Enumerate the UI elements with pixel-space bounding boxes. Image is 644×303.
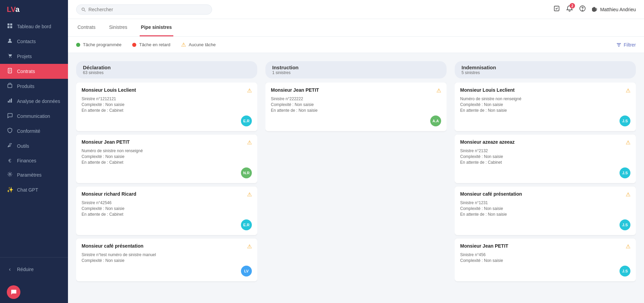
card-sinistre: Numéro de sinistre non renseigné [460, 96, 630, 101]
sidebar: LVa Tableau de bord Contacts Projets C [0, 0, 68, 303]
col-count-declaration: 63 sinistres [83, 70, 250, 75]
card-footer: A.A [271, 115, 441, 126]
sidebar-item-finances[interactable]: € Finances [0, 154, 68, 167]
sidebar-label: Projets [17, 54, 32, 59]
main-content: 2 Matthieu Andrieu Contrats Sinistres Pi… [68, 0, 644, 303]
tab-pipe-sinistres[interactable]: Pipe sinistres [140, 19, 173, 36]
search-box[interactable] [76, 4, 212, 15]
sidebar-label: Analyse de données [17, 99, 60, 104]
package-icon [7, 83, 13, 90]
sidebar-item-communication[interactable]: Communication [0, 109, 68, 124]
power-icon [592, 7, 597, 12]
logo: LVa [0, 0, 68, 19]
card-footer: E.R [82, 219, 252, 230]
col-count-instruction: 1 sinistres [272, 70, 440, 75]
cart-icon [7, 53, 13, 60]
search-input[interactable] [88, 7, 207, 12]
card-header: Monsieur azeaze azeeaz ⚠ [460, 139, 630, 146]
avatar: LV [241, 266, 252, 277]
filter-label: Filtrer [624, 42, 636, 48]
legend-planned-label: Tâche programmée [83, 42, 121, 47]
card-complexite: Complexité : Non saisie [460, 206, 630, 211]
sidebar-label: Finances [17, 158, 36, 163]
card-footer: N.R [82, 167, 252, 178]
card-header: Monsieur Jean PETIT ⚠ [271, 87, 441, 94]
col-title-instruction: Instruction [272, 65, 440, 70]
sidebar-label: Produits [17, 84, 34, 89]
sidebar-item-analyse[interactable]: Analyse de données [0, 94, 68, 109]
shield-icon [7, 128, 13, 135]
card-footer: J.S [460, 167, 630, 178]
card-complexite: Complexité : Non saisie [460, 102, 630, 107]
card-indemnisation-1[interactable]: Monsieur azeaze azeeaz ⚠ Sinistre n°2132… [455, 135, 636, 183]
avatar: N.R [241, 167, 252, 178]
col-count-indemnisation: 5 sinistres [462, 70, 629, 75]
card-header: Monsieur Jean PETIT ⚠ [460, 243, 630, 250]
tab-contrats[interactable]: Contrats [76, 19, 97, 36]
grid-icon [7, 23, 13, 30]
svg-point-20 [582, 10, 583, 11]
sidebar-item-parametres[interactable]: Paramètres [0, 167, 68, 182]
card-declaration-1[interactable]: Monsieur Jean PETIT ⚠ Numéro de sinistre… [76, 135, 257, 183]
column-declaration: Déclaration 63 sinistres Monsieur Louis … [76, 61, 257, 295]
sidebar-item-chat-gpt[interactable]: ✨ Chat GPT [0, 182, 68, 197]
card-indemnisation-2[interactable]: Monsieur café présentation ⚠ Sinistre n°… [455, 186, 636, 235]
svg-rect-3 [10, 26, 12, 28]
card-instruction-0[interactable]: Monsieur Jean PETIT ⚠ Sinistre n°222222 … [265, 83, 447, 131]
user-icon [7, 38, 13, 45]
search-icon [81, 7, 86, 12]
card-sinistre: Sinistre n°222222 [271, 96, 441, 101]
card-header: Monsieur richard Ricard ⚠ [82, 191, 252, 198]
tasks-icon-button[interactable] [553, 5, 560, 14]
card-attente: En attente de : Non saisie [460, 108, 630, 113]
svg-rect-2 [7, 26, 10, 28]
svg-point-15 [9, 174, 11, 175]
sidebar-item-reduce[interactable]: ‹ Réduire [7, 263, 61, 276]
sidebar-item-tableau-de-bord[interactable]: Tableau de bord [0, 19, 68, 34]
sidebar-label: Conformité [17, 128, 40, 134]
card-footer: J.S [460, 115, 630, 126]
sidebar-label: Paramètres [17, 172, 41, 178]
card-name: Monsieur Jean PETIT [82, 139, 130, 145]
filter-button[interactable]: Filtrer [616, 42, 636, 48]
card-name: Monsieur Louis Leclient [460, 87, 515, 93]
card-indemnisation-3[interactable]: Monsieur Jean PETIT ⚠ Sinistre n°456 Com… [455, 238, 636, 281]
card-complexite: Complexité : Non saisie [460, 258, 630, 263]
avatar: E.R [241, 115, 252, 126]
svg-point-6 [11, 57, 12, 58]
sidebar-item-outils[interactable]: Outils [0, 139, 68, 154]
legend-bar: Tâche programmée Tâche en retard ⚠ Aucun… [68, 37, 644, 53]
card-sinistre: Sinistre n°2132 [460, 148, 630, 153]
notification-bell-button[interactable]: 2 [566, 5, 573, 14]
sidebar-label: Chat GPT [17, 187, 38, 193]
column-indemnisation: Indemnisation 5 sinistres Monsieur Louis… [455, 61, 636, 295]
card-declaration-3[interactable]: Monsieur café présentation ⚠ Sinistre n°… [76, 238, 257, 281]
card-declaration-0[interactable]: Monsieur Louis Leclient ⚠ Sinistre n°121… [76, 83, 257, 131]
legend-late-label: Tâche en retard [139, 42, 170, 47]
user-name: Matthieu Andrieu [600, 7, 636, 12]
user-menu[interactable]: Matthieu Andrieu [592, 7, 636, 12]
card-indemnisation-0[interactable]: Monsieur Louis Leclient ⚠ Numéro de sini… [455, 83, 636, 131]
card-sinistre: Sinistre n°456 [460, 252, 630, 257]
col-title-declaration: Déclaration [83, 65, 250, 70]
card-name: Monsieur richard Ricard [82, 191, 136, 197]
sidebar-item-contacts[interactable]: Contacts [0, 34, 68, 49]
card-header: Monsieur café présentation ⚠ [82, 243, 252, 250]
sidebar-item-conformite[interactable]: Conformité [0, 124, 68, 139]
reduce-label: Réduire [17, 267, 34, 272]
svg-rect-14 [11, 99, 12, 103]
tab-sinistres[interactable]: Sinistres [108, 19, 129, 36]
sidebar-item-projets[interactable]: Projets [0, 49, 68, 64]
card-header: Monsieur café présentation ⚠ [460, 191, 630, 198]
card-complexite: Complexité : Non saisie [82, 206, 252, 211]
sidebar-item-contrats[interactable]: Contrats [0, 64, 68, 79]
card-complexite: Complexité : Non saisie [82, 154, 252, 159]
sidebar-item-produits[interactable]: Produits [0, 79, 68, 94]
card-declaration-2[interactable]: Monsieur richard Ricard ⚠ Sinistre n°425… [76, 186, 257, 235]
late-dot [132, 43, 136, 47]
card-sinistre: Sinistre n°42546 [82, 200, 252, 205]
help-icon-button[interactable] [579, 5, 586, 14]
col-title-indemnisation: Indemnisation [462, 65, 629, 70]
card-attente: En attente de : Cabinet [82, 212, 252, 217]
chat-bubble-button[interactable] [7, 285, 20, 299]
